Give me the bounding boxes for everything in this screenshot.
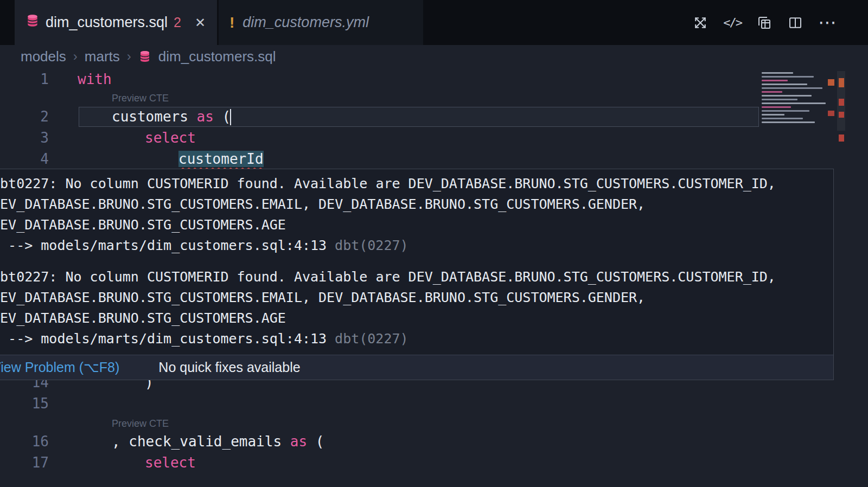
overview-ruler-error-mark: [839, 112, 844, 118]
more-actions-icon[interactable]: ⋯: [818, 18, 837, 27]
database-icon: [138, 50, 151, 63]
breadcrumb-marts[interactable]: marts: [85, 48, 120, 65]
minimap[interactable]: [762, 71, 834, 127]
code-line-2[interactable]: 2 customers as (: [0, 106, 868, 127]
text-cursor: [230, 109, 231, 125]
tab-bar: dim_customers.sql 2 ✕ ! dim_customers.ym…: [0, 0, 868, 45]
line-number: 1: [0, 69, 49, 90]
tab-dim-customers-yml[interactable]: ! dim_customers.yml: [219, 0, 423, 45]
compiled-code-icon[interactable]: </>: [723, 16, 742, 29]
codelens-preview-cte[interactable]: Preview CTE: [112, 415, 169, 432]
diagnostic-message: dbt0227: No column CUSTOMERID found. Ava…: [0, 267, 833, 349]
diagnostic-source: dbt(0227): [335, 331, 408, 347]
editor-window: dim_customers.sql 2 ✕ ! dim_customers.ym…: [0, 0, 868, 487]
overview-ruler-error-mark: [839, 78, 844, 87]
warning-icon: !: [229, 14, 234, 31]
line-number: 2: [0, 106, 49, 127]
line-number: 15: [0, 393, 49, 414]
codelens-preview-cte[interactable]: Preview CTE: [112, 90, 169, 107]
tab-title: dim_customers.yml: [242, 14, 369, 31]
code-line-4[interactable]: 4 customerId: [0, 149, 868, 170]
line-number: 4: [0, 149, 49, 170]
error-token-customerid: customerId: [178, 151, 264, 167]
code-line-3[interactable]: 3 select: [0, 127, 868, 149]
database-icon: [25, 14, 40, 31]
minimap-error-marker: [828, 111, 834, 116]
diagonal-arrows-icon[interactable]: [692, 15, 709, 31]
breadcrumb: models › marts › dim_customers.sql: [0, 45, 868, 68]
breadcrumb-models[interactable]: models: [21, 48, 66, 65]
split-editor-icon[interactable]: [787, 15, 803, 31]
close-icon[interactable]: ✕: [195, 15, 206, 30]
chevron-right-icon: ›: [127, 49, 131, 64]
minimap-error-marker: [828, 79, 834, 86]
tab-dim-customers-sql[interactable]: dim_customers.sql 2 ✕: [15, 0, 217, 45]
code-line-15[interactable]: 15: [0, 393, 868, 414]
line-number: 16: [0, 431, 49, 452]
no-quick-fixes-label: No quick fixes available: [158, 360, 300, 375]
breadcrumb-file[interactable]: dim_customers.sql: [158, 48, 276, 65]
tab-title: dim_customers.sql: [46, 14, 168, 31]
overview-ruler-error-mark: [839, 134, 844, 142]
editor-toolbar: </> ⋯: [692, 0, 868, 45]
code-line-1[interactable]: 1 with: [0, 69, 868, 90]
overview-ruler-error-mark: [839, 99, 844, 106]
problem-hover-popup: dbt0227: No column CUSTOMERID found. Ava…: [0, 169, 834, 380]
line-number: 17: [0, 452, 49, 473]
problem-popup-footer: View Problem (⌥F8) No quick fixes availa…: [0, 355, 833, 380]
diagnostic-source: dbt(0227): [335, 238, 408, 253]
chevron-right-icon: ›: [73, 49, 78, 64]
tab-modified-badge: 2: [174, 15, 181, 30]
view-problem-link[interactable]: View Problem (⌥F8): [0, 360, 119, 375]
duplicate-table-icon[interactable]: [756, 15, 773, 31]
code-line-17[interactable]: 17 select: [0, 452, 868, 473]
code-line-16[interactable]: 16 , check_valid_emails as (: [0, 431, 868, 452]
diagnostic-message: dbt0227: No column CUSTOMERID found. Ava…: [0, 174, 833, 256]
line-number: 3: [0, 127, 49, 149]
